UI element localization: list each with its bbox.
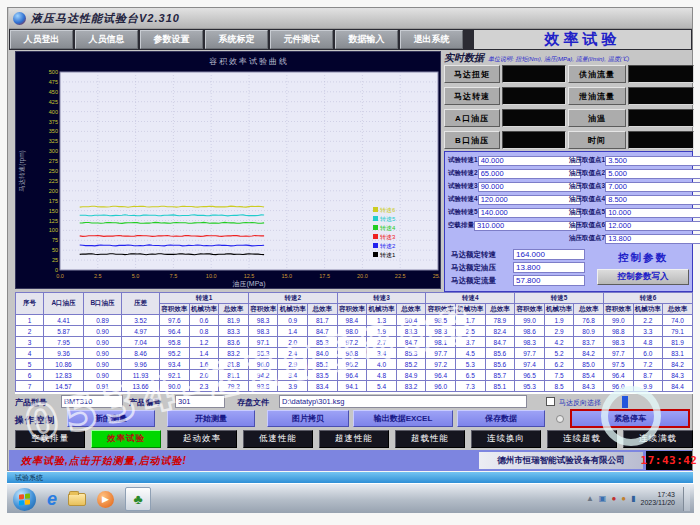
menu-item-4[interactable]: 元件测试 <box>270 30 333 49</box>
pressure-point-5-input[interactable] <box>605 208 700 218</box>
pressure-point-6-row: 油压取值点6 <box>569 219 692 232</box>
test-mode-button-8[interactable]: 连续满载 <box>623 430 693 448</box>
ie-browser-icon[interactable]: e <box>47 489 57 509</box>
rated-input-1[interactable] <box>513 262 585 273</box>
cell-r1-c14: 1.7 <box>455 315 485 326</box>
tray-usb-icon[interactable]: ▮ <box>631 495 635 503</box>
test-mode-button-5[interactable]: 超载性能 <box>395 430 465 448</box>
menu-item-5[interactable]: 数据输入 <box>335 30 398 49</box>
test-mode-button-4[interactable]: 超速性能 <box>319 430 389 448</box>
menu-bar: 人员登出人员信息参数设置系统标定元件测试数据输入退出系统 效率试验 <box>9 29 692 50</box>
pressure-point-3-row: 油压取值点3 <box>569 180 692 193</box>
speed-param-1-input[interactable] <box>478 156 581 166</box>
y-tick-label: 400 <box>49 109 58 115</box>
cell-r7-c14: 7.3 <box>455 381 485 392</box>
show-desktop-button[interactable] <box>683 487 690 511</box>
speed-param-4-input[interactable] <box>478 195 581 205</box>
legend-label: 转速1 <box>380 252 396 258</box>
test-mode-button-0[interactable]: 空载排量 <box>15 430 85 448</box>
cell-r5-c10: 96.2 <box>337 359 367 370</box>
group-header-1: 转速1 <box>160 293 249 304</box>
operation-button-4[interactable]: 保存数据 <box>457 410 545 427</box>
cell-r5-c2: 0.90 <box>84 359 122 370</box>
operation-button-1[interactable]: 开始测量 <box>167 410 255 427</box>
test-mode-button-2[interactable]: 起动效率 <box>167 430 237 448</box>
cell-r3-c15: 84.7 <box>485 337 515 348</box>
reverse-checkbox[interactable] <box>546 397 555 406</box>
rated-input-2[interactable] <box>513 275 585 286</box>
product-model-input[interactable] <box>61 395 123 408</box>
pressure-point-4-input[interactable] <box>605 195 700 205</box>
test-mode-button-6[interactable]: 连续换向 <box>471 430 541 448</box>
menu-item-3[interactable]: 系统标定 <box>205 30 268 49</box>
cell-r1-c20: 2.2 <box>633 315 663 326</box>
media-player-icon[interactable]: ▶ <box>97 491 114 508</box>
pressure-point-2-input[interactable] <box>605 169 700 179</box>
rated-label-2: 马达额定流量 <box>451 276 513 286</box>
cell-r1-c12: 80.4 <box>396 315 426 326</box>
cell-r2-c13: 98.3 <box>426 326 456 337</box>
cell-r3-c18: 83.7 <box>574 337 604 348</box>
sub-header-3-1: 机械功率 <box>367 304 397 315</box>
cell-r6-c11: 4.8 <box>367 370 397 381</box>
cell-r6-c7: 94.2 <box>248 370 278 381</box>
cell-r1-c8: 0.9 <box>278 315 308 326</box>
menu-item-1[interactable]: 人员信息 <box>75 30 138 49</box>
cell-r3-c11: 2.7 <box>367 337 397 348</box>
speed-param-6-input[interactable] <box>474 221 577 231</box>
tray-alert-icon[interactable]: ● <box>611 495 616 503</box>
pressure-point-7-input[interactable] <box>605 234 700 244</box>
cell-r2-c20: 3.3 <box>633 326 663 337</box>
menu-item-0[interactable]: 人员登出 <box>10 30 73 49</box>
pressure-point-6-input[interactable] <box>605 221 700 231</box>
cell-r7-c1: 14.57 <box>44 381 84 392</box>
cell-r1-c2: 0.89 <box>84 315 122 326</box>
pressure-point-1-input[interactable] <box>605 156 700 166</box>
table-row: 14.410.893.5297.60.681.998.30.981.798.41… <box>16 315 693 326</box>
y-tick-label: 25 <box>52 257 58 263</box>
background-window-strip[interactable]: 试验系统 <box>7 472 693 483</box>
y-tick-label: 425 <box>49 99 58 105</box>
test-mode-button-3[interactable]: 低速性能 <box>243 430 313 448</box>
sub-header-5-1: 机械功率 <box>544 304 574 315</box>
table-row: 714.570.9113.6690.02.379.293.83.983.494.… <box>16 381 693 392</box>
taskbar: e ▶ ♣ ▲ ▣ ● ● ▮ 17:43 2023/11/20 <box>7 483 694 513</box>
cell-r3-c21: 81.9 <box>663 337 693 348</box>
x-tick-label: 12.5 <box>244 273 255 279</box>
tray-expand-icon[interactable]: ▲ <box>586 495 594 503</box>
start-button[interactable] <box>13 488 36 511</box>
write-control-params-button[interactable]: 控制参数写入 <box>597 269 689 285</box>
product-code-input[interactable] <box>175 395 225 408</box>
folder-icon[interactable] <box>68 493 86 506</box>
test-mode-button-7[interactable]: 连续超载 <box>547 430 617 448</box>
system-tray: ▲ ▣ ● ● ▮ 17:43 2023/11/20 <box>586 487 690 511</box>
cell-r5-c15: 85.6 <box>485 359 515 370</box>
x-axis-label: 油压(MPa) <box>232 280 265 288</box>
cell-r5-c5: 1.6 <box>189 359 219 370</box>
rated-input-0[interactable] <box>513 249 585 260</box>
pressure-point-3-input[interactable] <box>605 182 700 192</box>
tray-volume-icon[interactable]: ● <box>621 495 626 503</box>
speed-param-3-input[interactable] <box>478 182 581 192</box>
y-tick-label: 250 <box>49 168 58 174</box>
menu-item-2[interactable]: 参数设置 <box>140 30 203 49</box>
speed-param-5-input[interactable] <box>478 208 581 218</box>
test-mode-button-1[interactable]: 效率试验 <box>91 430 161 448</box>
save-file-input[interactable] <box>279 395 527 408</box>
taskbar-clock[interactable]: 17:43 2023/11/20 <box>640 491 678 507</box>
cell-r1-c4: 97.6 <box>160 315 190 326</box>
speed-param-2-input[interactable] <box>478 169 581 179</box>
cell-r6-c20: 8.7 <box>633 370 663 381</box>
tray-network-icon[interactable]: ▣ <box>599 495 607 503</box>
cell-r2-c16: 98.6 <box>515 326 545 337</box>
operation-button-0[interactable]: 新的测量 <box>67 410 155 427</box>
test-app-taskbar-icon[interactable]: ♣ <box>125 487 151 511</box>
cell-r4-c4: 95.2 <box>160 348 190 359</box>
emergency-stop-button[interactable]: 紧急停车 <box>571 410 689 427</box>
operation-button-3[interactable]: 输出数据EXCEL <box>353 410 453 427</box>
menu-item-6[interactable]: 退出系统 <box>400 30 463 49</box>
cell-r3-c8: 2.0 <box>278 337 308 348</box>
y-tick-label: 75 <box>52 237 58 243</box>
legend-swatch-转速2 <box>373 243 378 248</box>
operation-button-2[interactable]: 图片拷贝 <box>267 410 349 427</box>
